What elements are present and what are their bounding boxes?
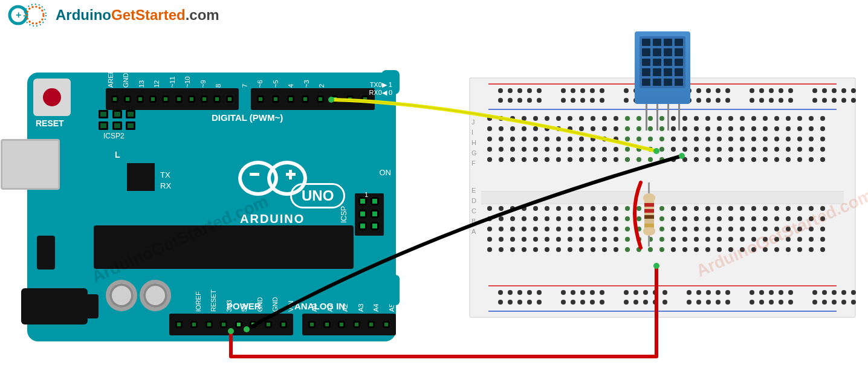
rail-holes[interactable] <box>498 290 827 307</box>
logo-word-3: .com <box>186 7 219 23</box>
breadboard-bottom-rail <box>476 283 849 314</box>
breadboard-bottom-half <box>481 206 844 280</box>
logo-word-1: Arduino <box>56 7 111 23</box>
power-analog-pin-labels: IOREF RESET 3V3 5V GND GND VIN A0 A1 A2 … <box>180 304 404 312</box>
resistor-body-icon <box>644 197 654 232</box>
dht11-pins <box>641 104 684 131</box>
pin-5v <box>235 321 242 328</box>
reset-button[interactable] <box>33 79 71 116</box>
logo-text: ArduinoGetStarted.com <box>56 7 219 24</box>
icsp-header <box>355 193 384 236</box>
capacitors <box>106 280 171 311</box>
tx-led-label: TX <box>160 170 170 179</box>
icsp-label: ICSP <box>340 206 348 223</box>
logo-mark-icon: + <box>5 2 52 28</box>
arduino-uno-board: RESET ICSP2 AREF GND 13 12 ~11 ~10 ~9 8 … <box>27 73 396 341</box>
icsp2-header <box>99 110 137 131</box>
reset-label: RESET <box>36 118 64 128</box>
site-logo: + ArduinoGetStarted.com <box>5 2 219 28</box>
capacitor-icon <box>106 280 137 311</box>
rx-led-label: RX <box>160 181 171 190</box>
logo-word-2: GetStarted <box>111 7 186 23</box>
breadboard-row-labels: J I H G F E D C B A <box>471 120 477 234</box>
digital-header-right[interactable] <box>251 88 375 110</box>
power-header[interactable] <box>169 314 293 335</box>
usb-port <box>1 139 60 190</box>
breadboard-center-channel <box>481 191 844 204</box>
dc-power-jack <box>21 288 88 324</box>
pin-gnd <box>250 321 257 328</box>
capacitor-icon <box>140 280 171 311</box>
atmega16u2-chip <box>127 163 155 191</box>
icsp-pin1: 1 <box>364 191 368 198</box>
led-l-label: L <box>115 150 120 160</box>
digital-header-left[interactable] <box>106 88 239 110</box>
pull-up-resistor <box>644 191 654 238</box>
svg-point-1 <box>27 7 44 24</box>
breadboard-main-area[interactable] <box>481 116 844 279</box>
svg-text:+: + <box>16 10 21 20</box>
icsp2-label: ICSP2 <box>103 132 125 140</box>
pin-2 <box>331 95 338 103</box>
tx-rx-label: TX0▶ 1 RX0◀ 0 <box>369 81 392 97</box>
infinity-icon <box>233 157 312 192</box>
on-led-label: ON <box>380 168 392 177</box>
digital-pin-labels: AREF GND 13 12 ~11 ~10 ~9 8 7 ~6 ~5 4 ~3… <box>105 74 377 88</box>
dht11-grille-icon <box>640 36 685 88</box>
analog-header[interactable] <box>302 314 396 335</box>
digital-section-label: DIGITAL (PWM~) <box>212 112 283 123</box>
dht11-sensor <box>635 31 690 104</box>
voltage-regulator <box>37 236 55 270</box>
